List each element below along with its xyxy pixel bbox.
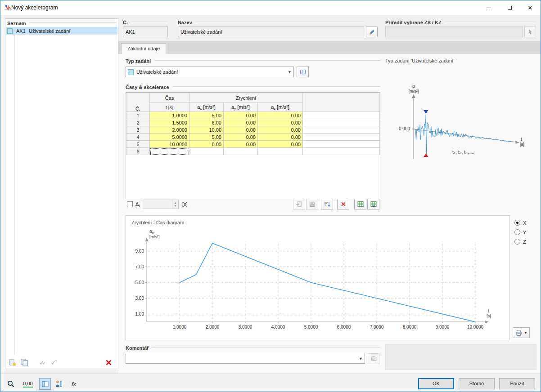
col-group-accel: Zrychlení [189, 93, 303, 103]
radio-axis-y[interactable]: Y [514, 229, 526, 235]
az-cell[interactable] [258, 148, 303, 155]
cancel-button[interactable]: Storno [459, 378, 495, 389]
ay-cell[interactable]: 0.00 [224, 119, 258, 126]
ay-cell[interactable]: 0.00 [224, 112, 258, 119]
excel-table-icon [357, 200, 364, 208]
close-button[interactable]: ✕ [520, 0, 541, 15]
tab-basic-data[interactable]: Základní údaje [121, 43, 166, 54]
units-button[interactable]: 0,00 [20, 378, 36, 390]
apply-button[interactable]: Použít [499, 378, 535, 389]
name-label: Název [178, 19, 364, 26]
row-number-cell[interactable]: 1 [126, 112, 150, 119]
sort-button[interactable] [321, 199, 333, 209]
ay-cell[interactable]: 0.00 [224, 141, 258, 148]
row-number-cell[interactable]: 6 [126, 148, 150, 155]
time-cell[interactable]: 1.0000 [150, 112, 189, 119]
assign-field [385, 27, 523, 37]
new-accelerogram-button[interactable] [7, 357, 18, 368]
time-cell[interactable]: 5.0000 [150, 134, 189, 141]
col-header-time: Čas [150, 93, 189, 103]
svg-text:2.0000: 2.0000 [206, 325, 220, 330]
tabstrip: Základní údaje [118, 41, 541, 53]
number-field[interactable]: AK1 [123, 27, 168, 37]
ax-cell[interactable] [189, 148, 224, 155]
edit-name-button[interactable] [366, 27, 378, 37]
display-settings-button[interactable] [53, 378, 65, 390]
radio-z-icon [514, 239, 520, 245]
copy-accelerogram-button[interactable] [19, 357, 30, 368]
excel-export-button[interactable] [354, 199, 366, 209]
row-number-cell[interactable]: 4 [126, 134, 150, 141]
maximize-button[interactable] [499, 0, 520, 15]
ax-cell[interactable]: 0.00 [189, 141, 224, 148]
radio-x-icon [514, 220, 520, 226]
assign-pick-button [524, 27, 536, 37]
delta-t-checkbox[interactable] [127, 201, 133, 207]
az-cell[interactable]: 0.00 [258, 119, 303, 126]
table-row: 3 2.0000 10.00 0.00 0.00 [126, 126, 380, 134]
svg-text:[m/s²]: [m/s²] [409, 89, 419, 94]
list-item-ak1[interactable]: AK1 Uživatelské zadání [6, 27, 117, 35]
chevron-down-icon: ▼ [286, 70, 293, 74]
svg-text:9.00: 9.00 [135, 249, 144, 254]
az-cell[interactable]: 0.00 [258, 134, 303, 141]
ay-cell[interactable]: 0.00 [224, 126, 258, 134]
radio-y-icon [514, 229, 520, 235]
ay-cell[interactable]: 0.00 [224, 134, 258, 141]
radio-axis-x[interactable]: X [514, 220, 526, 226]
az-cell[interactable]: 0.00 [258, 141, 303, 148]
spinner-arrows-icon: ▲▼ [172, 200, 178, 209]
time-cell[interactable]: 1.5000 [150, 119, 189, 126]
row-number-cell[interactable]: 2 [126, 119, 150, 126]
import-icon [296, 201, 302, 208]
table-row: 2 1.5000 6.00 0.00 0.00 [126, 119, 380, 126]
radio-z-label: Z [523, 239, 526, 245]
svg-text:0.000: 0.000 [399, 126, 410, 131]
minimize-button[interactable] [478, 0, 499, 15]
diagram-canvas: 1.00002.00003.00004.00005.00006.00007.00… [129, 227, 507, 339]
list-item-name: Uživatelské zadání [29, 28, 70, 34]
delete-accelerogram-button[interactable] [103, 357, 114, 368]
times-accel-header: Časy & akcelerace [126, 84, 380, 90]
find-button[interactable] [5, 378, 17, 390]
az-cell[interactable]: 0.00 [258, 126, 303, 134]
save-table-button [306, 199, 318, 209]
table-row: 1 1.0000 5.00 0.00 0.00 [126, 112, 380, 119]
az-cell[interactable]: 0.00 [258, 112, 303, 119]
time-cell[interactable]: 2.0000 [150, 126, 189, 134]
clear-table-button[interactable] [337, 199, 349, 209]
row-number-cell[interactable]: 5 [126, 141, 150, 148]
diagram-title: Zrychlení - Čas diagram [131, 220, 184, 225]
ay-cell[interactable] [224, 148, 258, 155]
row-number-cell[interactable]: 3 [126, 126, 150, 134]
formula-button[interactable]: fx [68, 378, 80, 390]
pencil-icon [369, 29, 375, 36]
ok-button[interactable]: OK [418, 378, 454, 389]
print-button[interactable]: ▼ [513, 327, 530, 338]
panel-toggle-button[interactable] [39, 378, 51, 390]
svg-text:3.00: 3.00 [135, 296, 144, 301]
units-label: 0,00 [23, 381, 32, 388]
table-row: 6 [126, 148, 380, 155]
library-button[interactable] [297, 67, 309, 77]
new-accelerogram-dialog: Nový akcelerogram ✕ Seznam AK1 Uživatels… [0, 0, 541, 392]
sync-selection-button [49, 357, 59, 368]
svg-text:t: t [521, 137, 522, 142]
titlebar: Nový akcelerogram ✕ [0, 0, 541, 15]
input-type-header: Typ zadání [126, 58, 380, 64]
ax-cell[interactable]: 5.00 [189, 112, 224, 119]
ax-cell[interactable]: 10.00 [189, 126, 224, 134]
excel-import-button[interactable] [367, 199, 379, 209]
comment-dropdown[interactable]: ▼ [126, 354, 365, 364]
assign-label: Přiřadit vybrané ZS / KZ [385, 19, 536, 26]
time-cell[interactable]: 10.0000 [150, 141, 189, 148]
name-field[interactable]: Uživatelské zadání [178, 27, 364, 37]
times-accel-table: Č. Čas Zrychlení t [s] ax [m/s²] ay [m/s… [126, 93, 380, 155]
input-type-dropdown[interactable]: Uživatelské zadání ▼ [126, 67, 294, 77]
times-accel-tablewrap: Č. Čas Zrychlení t [s] ax [m/s²] ay [m/s… [126, 92, 380, 198]
ax-cell[interactable]: 6.00 [189, 119, 224, 126]
time-cell-active[interactable] [150, 148, 189, 155]
ax-cell[interactable]: 5.00 [189, 134, 224, 141]
radio-axis-z[interactable]: Z [514, 239, 526, 245]
list-item-id: AK1 [16, 28, 29, 34]
